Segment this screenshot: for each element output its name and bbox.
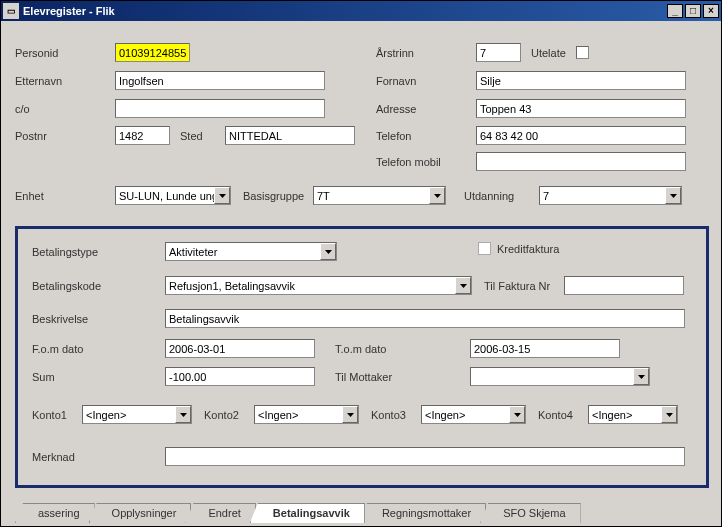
- konto2-label: Konto2: [204, 409, 254, 421]
- basisgruppe-select[interactable]: [313, 186, 446, 205]
- beskrivelse-input[interactable]: [165, 309, 685, 328]
- tomdato-label: T.o.m dato: [335, 343, 470, 355]
- utdanning-select-wrap[interactable]: [539, 186, 682, 205]
- betalingskode-select-wrap[interactable]: [165, 276, 472, 295]
- window: ▭ Elevregister - Flik _ □ × Personid Års…: [0, 0, 722, 527]
- konto2-select-wrap[interactable]: [254, 405, 359, 424]
- sum-input[interactable]: [165, 367, 315, 386]
- sum-label: Sum: [32, 371, 165, 383]
- fomdato-input[interactable]: [165, 339, 315, 358]
- minimize-button[interactable]: _: [667, 4, 683, 18]
- enhet-label: Enhet: [15, 190, 115, 202]
- utdanning-label: Utdanning: [464, 190, 539, 202]
- fornavn-input[interactable]: [476, 71, 686, 90]
- personid-label: Personid: [15, 47, 115, 59]
- maximize-button[interactable]: □: [685, 4, 701, 18]
- konto1-label: Konto1: [32, 409, 82, 421]
- tilfakturanr-label: Til Faktura Nr: [484, 280, 564, 292]
- telefon-input[interactable]: [476, 126, 686, 145]
- tilfakturanr-input[interactable]: [564, 276, 684, 295]
- tab-regningsmottaker[interactable]: Regningsmottaker: [359, 503, 486, 523]
- postnr-label: Postnr: [15, 130, 115, 142]
- konto3-label: Konto3: [371, 409, 421, 421]
- telefon-label: Telefon: [376, 130, 476, 142]
- betalingstype-select[interactable]: [165, 242, 337, 261]
- adresse-input[interactable]: [476, 99, 686, 118]
- betalingskode-select[interactable]: [165, 276, 472, 295]
- detail-panel: Betalingstype Kreditfaktura Betalingskod…: [15, 226, 709, 488]
- sted-input[interactable]: [225, 126, 355, 145]
- merknad-input[interactable]: [165, 447, 685, 466]
- konto1-select[interactable]: [82, 405, 192, 424]
- tilmottaker-select-wrap[interactable]: [470, 367, 650, 386]
- tab-sfo-skjema[interactable]: SFO Skjema: [480, 503, 580, 523]
- utdanning-select[interactable]: [539, 186, 682, 205]
- window-buttons: _ □ ×: [667, 4, 719, 18]
- tab-betalingsavvik[interactable]: Betalingsavvik: [250, 503, 365, 523]
- konto4-select-wrap[interactable]: [588, 405, 678, 424]
- konto3-select[interactable]: [421, 405, 526, 424]
- tab-endret[interactable]: Endret: [185, 503, 255, 523]
- adresse-label: Adresse: [376, 103, 476, 115]
- kreditfaktura-checkbox[interactable]: [478, 242, 491, 255]
- tilmottaker-select[interactable]: [470, 367, 650, 386]
- co-label: c/o: [15, 103, 115, 115]
- tabs: assering Opplysninger Endret Betalingsav…: [15, 501, 709, 523]
- personid-input[interactable]: [115, 43, 190, 62]
- kreditfaktura-label: Kreditfaktura: [497, 243, 559, 255]
- tab-plassering[interactable]: assering: [15, 503, 95, 523]
- utelate-label: Utelate: [531, 47, 576, 59]
- etternavn-label: Etternavn: [15, 75, 115, 87]
- telefonmobil-label: Telefon mobil: [376, 156, 476, 168]
- basisgruppe-label: Basisgruppe: [243, 190, 313, 202]
- co-input[interactable]: [115, 99, 325, 118]
- arstrinn-label: Årstrinn: [376, 47, 476, 59]
- titlebar: ▭ Elevregister - Flik _ □ ×: [1, 1, 721, 21]
- betalingstype-select-wrap[interactable]: [165, 242, 337, 261]
- etternavn-input[interactable]: [115, 71, 325, 90]
- merknad-label: Merknad: [32, 451, 165, 463]
- tomdato-input[interactable]: [470, 339, 620, 358]
- sted-label: Sted: [180, 130, 225, 142]
- konto2-select[interactable]: [254, 405, 359, 424]
- konto1-select-wrap[interactable]: [82, 405, 192, 424]
- content: Personid Årstrinn Utelate Etternavn Forn…: [1, 21, 721, 526]
- utelate-checkbox[interactable]: [576, 46, 589, 59]
- betalingskode-label: Betalingskode: [32, 280, 165, 292]
- betalingstype-label: Betalingstype: [32, 246, 165, 258]
- tab-opplysninger[interactable]: Opplysninger: [89, 503, 192, 523]
- beskrivelse-label: Beskrivelse: [32, 313, 165, 325]
- close-button[interactable]: ×: [703, 4, 719, 18]
- app-icon: ▭: [3, 3, 19, 19]
- konto4-select[interactable]: [588, 405, 678, 424]
- fomdato-label: F.o.m dato: [32, 343, 165, 355]
- konto4-label: Konto4: [538, 409, 588, 421]
- fornavn-label: Fornavn: [376, 75, 476, 87]
- basisgruppe-select-wrap[interactable]: [313, 186, 446, 205]
- enhet-select[interactable]: [115, 186, 231, 205]
- konto3-select-wrap[interactable]: [421, 405, 526, 424]
- postnr-input[interactable]: [115, 126, 170, 145]
- telefonmobil-input[interactable]: [476, 152, 686, 171]
- enhet-select-wrap[interactable]: [115, 186, 231, 205]
- window-title: Elevregister - Flik: [23, 5, 667, 17]
- tilmottaker-label: Til Mottaker: [335, 371, 470, 383]
- arstrinn-input[interactable]: [476, 43, 521, 62]
